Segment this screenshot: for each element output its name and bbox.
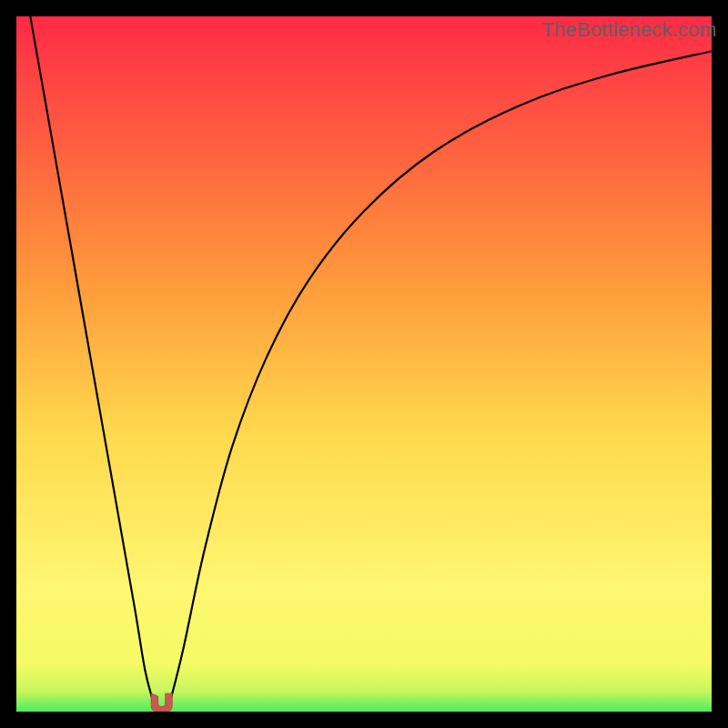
chart-svg bbox=[16, 16, 712, 712]
plot-area: TheBottleneck.com bbox=[16, 16, 712, 712]
chart-background bbox=[16, 16, 712, 712]
watermark-text: TheBottleneck.com bbox=[542, 18, 717, 42]
